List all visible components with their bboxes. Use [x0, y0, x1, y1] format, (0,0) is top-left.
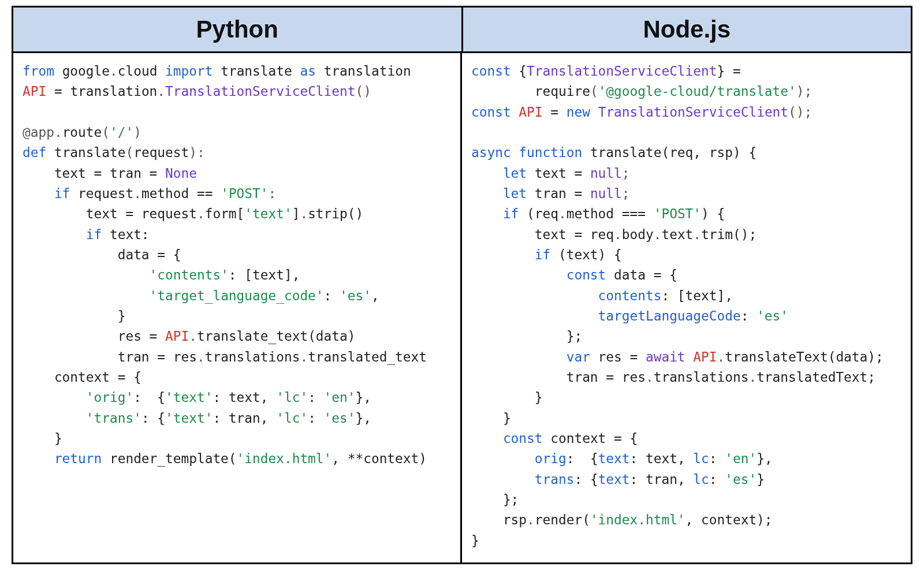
class-tsc: TranslationServiceClient: [527, 64, 717, 79]
kw-return: return: [23, 451, 102, 466]
header-python: Python: [13, 8, 463, 51]
kw-if: if: [23, 186, 70, 201]
kw-await: await: [646, 349, 685, 364]
kw-const: const: [471, 64, 511, 79]
mod-cloud: cloud: [118, 64, 158, 79]
kw-def: def: [23, 145, 46, 160]
nodejs-cell: const {TranslationServiceClient} = requi…: [462, 53, 911, 562]
decorator-app: @app: [23, 125, 54, 140]
mod-google: google: [62, 64, 110, 79]
kw-import: import: [165, 64, 213, 79]
body-row: from google.cloud import translate as tr…: [13, 53, 911, 562]
api-var: API: [23, 84, 46, 99]
kw-new: new: [567, 105, 590, 120]
kw-let: let: [471, 166, 527, 181]
class-tsc: TranslationServiceClient: [165, 84, 355, 99]
kw-none: None: [165, 166, 197, 181]
kw-null: null: [590, 166, 622, 181]
code-comparison-table: Python Node.js from google.cloud import …: [12, 6, 912, 564]
nodejs-code: const {TranslationServiceClient} = requi…: [471, 61, 901, 551]
kw-async: async: [471, 145, 511, 160]
kw-as: as: [300, 64, 315, 79]
kw-function: function: [511, 145, 583, 160]
kw-if: if: [471, 206, 519, 221]
api-var: API: [519, 105, 542, 120]
kw-var: var: [471, 349, 590, 364]
header-nodejs: Node.js: [463, 8, 911, 51]
python-code: from google.cloud import translate as tr…: [23, 61, 451, 470]
python-cell: from google.cloud import translate as tr…: [13, 53, 462, 562]
header-row: Python Node.js: [13, 8, 911, 53]
kw-from: from: [23, 64, 54, 79]
